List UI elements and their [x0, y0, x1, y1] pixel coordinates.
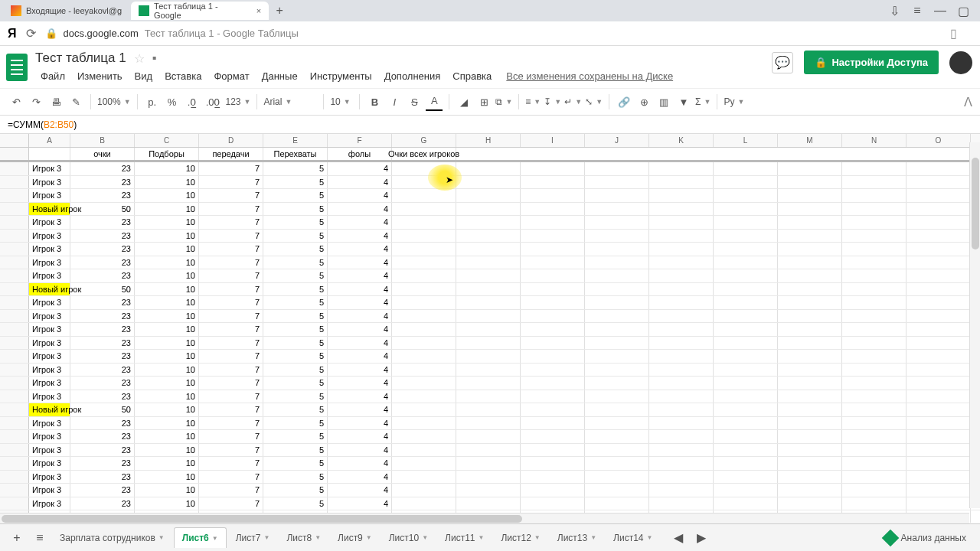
- menu-данные[interactable]: Данные: [256, 67, 303, 85]
- column-header-L[interactable]: L: [714, 134, 778, 147]
- cell[interactable]: [456, 283, 521, 296]
- row-number[interactable]: [0, 256, 29, 269]
- cell[interactable]: 5: [263, 417, 328, 430]
- url-field[interactable]: 🔒 docs.google.com Тест таблица 1 - Googl…: [45, 28, 942, 39]
- row-number[interactable]: [0, 230, 29, 243]
- cell[interactable]: 23: [70, 230, 135, 243]
- cell[interactable]: 7: [199, 484, 263, 497]
- cell[interactable]: [649, 283, 714, 296]
- close-icon[interactable]: ×: [256, 6, 261, 15]
- cell[interactable]: [906, 189, 971, 202]
- cell[interactable]: [456, 216, 521, 229]
- cell[interactable]: [649, 390, 714, 403]
- cell[interactable]: 7: [199, 471, 263, 484]
- avatar[interactable]: [949, 51, 972, 74]
- row-number[interactable]: [0, 457, 29, 470]
- cell[interactable]: [456, 323, 521, 336]
- menu-формат[interactable]: Формат: [208, 67, 254, 85]
- cell[interactable]: 23: [70, 497, 135, 510]
- cell[interactable]: [585, 457, 649, 470]
- cell[interactable]: [778, 350, 842, 363]
- cell[interactable]: 7: [199, 364, 263, 377]
- cell[interactable]: [649, 337, 714, 350]
- cell[interactable]: 4: [328, 497, 392, 510]
- cell[interactable]: [585, 337, 649, 350]
- cell[interactable]: 7: [199, 350, 263, 363]
- cell[interactable]: [714, 403, 778, 416]
- folder-icon[interactable]: ▪: [152, 51, 157, 65]
- h-align-button[interactable]: ≡▼: [525, 96, 541, 107]
- row-number[interactable]: [0, 390, 29, 403]
- cell[interactable]: 4: [328, 430, 392, 443]
- collapse-toolbar-icon[interactable]: ᐱ: [964, 95, 972, 109]
- cell[interactable]: [842, 323, 906, 336]
- cell[interactable]: 50: [70, 283, 135, 296]
- cell[interactable]: 5: [263, 256, 328, 269]
- cell[interactable]: [392, 417, 456, 430]
- cell[interactable]: [585, 296, 649, 309]
- row-number[interactable]: [0, 444, 29, 457]
- column-header-B[interactable]: B: [70, 134, 135, 147]
- cell[interactable]: [842, 296, 906, 309]
- cell[interactable]: 23: [70, 337, 135, 350]
- cell[interactable]: [778, 176, 842, 189]
- cell[interactable]: 7: [199, 497, 263, 510]
- cell[interactable]: 4: [328, 471, 392, 484]
- menu-вид[interactable]: Вид: [129, 67, 158, 85]
- cell[interactable]: [521, 283, 585, 296]
- cell[interactable]: [392, 296, 456, 309]
- cell[interactable]: [585, 497, 649, 510]
- cell[interactable]: [714, 337, 778, 350]
- cell[interactable]: [392, 403, 456, 416]
- cell[interactable]: Новый игрок: [29, 203, 70, 216]
- column-header-A[interactable]: A: [29, 134, 70, 147]
- save-status[interactable]: Все изменения сохранены на Диске: [506, 70, 673, 82]
- cell[interactable]: [714, 189, 778, 202]
- cell[interactable]: 5: [263, 484, 328, 497]
- cell[interactable]: [521, 189, 585, 202]
- cell[interactable]: [392, 364, 456, 377]
- cell[interactable]: [521, 403, 585, 416]
- cell[interactable]: [778, 337, 842, 350]
- cell[interactable]: [714, 457, 778, 470]
- row-number[interactable]: [0, 377, 29, 390]
- sheet-tab[interactable]: Лист7▼: [228, 527, 278, 548]
- undo-icon[interactable]: ↶: [8, 93, 24, 111]
- cell[interactable]: [906, 377, 971, 390]
- cell[interactable]: [714, 296, 778, 309]
- cell[interactable]: [649, 497, 714, 510]
- column-header-F[interactable]: F: [328, 134, 392, 147]
- cell[interactable]: 23: [70, 457, 135, 470]
- cell[interactable]: [585, 230, 649, 243]
- cell[interactable]: 4: [328, 337, 392, 350]
- header-cell[interactable]: фолы: [328, 148, 392, 160]
- cell[interactable]: [585, 444, 649, 457]
- cell[interactable]: 23: [70, 189, 135, 202]
- cell[interactable]: [521, 471, 585, 484]
- cell[interactable]: 5: [263, 162, 328, 175]
- row-number[interactable]: [0, 323, 29, 336]
- cell[interactable]: 10: [135, 310, 199, 323]
- sheet-tab[interactable]: Лист11▼: [437, 527, 492, 548]
- cell[interactable]: 5: [263, 403, 328, 416]
- cell[interactable]: [906, 430, 971, 443]
- cell[interactable]: 10: [135, 296, 199, 309]
- browser-tab-gmail[interactable]: Входящие - leeyakovl@g: [3, 2, 129, 20]
- row-number[interactable]: [0, 403, 29, 416]
- cell[interactable]: [649, 269, 714, 282]
- cell[interactable]: 10: [135, 364, 199, 377]
- cell[interactable]: 4: [328, 350, 392, 363]
- cell[interactable]: 7: [199, 176, 263, 189]
- cell[interactable]: 5: [263, 350, 328, 363]
- cell[interactable]: [906, 350, 971, 363]
- cell[interactable]: 7: [199, 390, 263, 403]
- cell[interactable]: 10: [135, 471, 199, 484]
- cell[interactable]: [842, 283, 906, 296]
- cell[interactable]: 5: [263, 310, 328, 323]
- cell[interactable]: [778, 471, 842, 484]
- browser-tab-sheets[interactable]: Тест таблица 1 - Google ×: [131, 2, 269, 20]
- sheet-tab[interactable]: Лист10▼: [381, 527, 436, 548]
- cell[interactable]: 4: [328, 457, 392, 470]
- cell[interactable]: [906, 457, 971, 470]
- cell[interactable]: 4: [328, 216, 392, 229]
